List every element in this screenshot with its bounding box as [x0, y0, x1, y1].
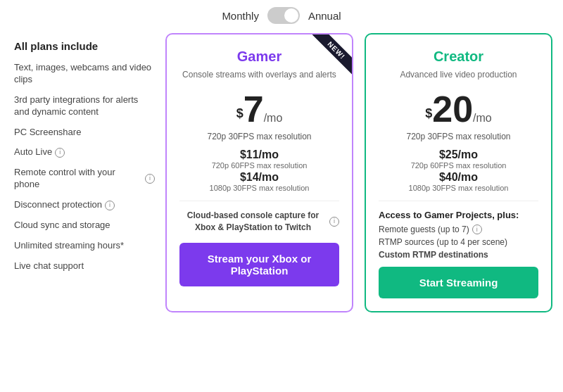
alt-price-row: $25/mo720p 60FPS max resolution: [379, 148, 538, 170]
creator-price-main: $20/mo: [379, 91, 538, 127]
sidebar-list-item: Auto Livei: [14, 146, 155, 158]
main-layout: All plans include Text, images, webcams …: [0, 33, 563, 312]
sidebar-list-item: Live chat support: [14, 260, 155, 272]
gamer-price-period: /mo: [264, 112, 283, 124]
monthly-label: Monthly: [222, 10, 259, 22]
alt-price-value: $11/mo: [179, 148, 339, 161]
billing-toggle-bar: Monthly Annual: [0, 0, 563, 30]
sidebar-list-item: Unlimited streaming hours*: [14, 240, 155, 252]
sidebar-list: Text, images, webcams and video clips3rd…: [14, 62, 155, 272]
creator-plan-card: Creator Advanced live video production $…: [365, 33, 552, 312]
info-icon[interactable]: i: [472, 225, 482, 234]
gamer-stream-button[interactable]: Stream your Xbox or PlayStation: [179, 243, 339, 286]
alt-price-desc: 720p 60FPS max resolution: [179, 161, 339, 170]
gamer-cloud-note-text: Cloud-based console capture for Xbox & P…: [179, 210, 327, 234]
creator-price-period: /mo: [473, 112, 492, 124]
creator-stream-button[interactable]: Start Streaming: [379, 267, 538, 298]
alt-price-desc: 1080p 30FPS max resolution: [379, 184, 538, 192]
gamer-divider: [179, 201, 339, 201]
gamer-plan-card: NEW! Gamer Console streams with overlays…: [165, 33, 353, 312]
alt-price-row: $40/mo1080p 30FPS max resolution: [379, 171, 538, 192]
sidebar-list-item: Remote control with your phonei: [14, 167, 155, 191]
creator-extras-title: Access to Gamer Projects, plus:: [379, 210, 538, 220]
alt-price-value: $25/mo: [379, 148, 538, 161]
creator-extra-item: Remote guests (up to 7)i: [379, 225, 538, 234]
sidebar-list-item: Cloud sync and storage: [14, 220, 155, 232]
info-icon[interactable]: i: [105, 201, 115, 210]
gamer-cloud-note: Cloud-based console capture for Xbox & P…: [179, 210, 339, 234]
billing-toggle-switch[interactable]: [267, 7, 300, 24]
new-badge: NEW!: [303, 34, 352, 84]
creator-divider: [379, 201, 538, 201]
annual-label: Annual: [308, 10, 341, 22]
sidebar-list-item: Disconnect protectioni: [14, 199, 155, 211]
alt-price-value: $40/mo: [379, 171, 538, 184]
gamer-price-currency: $: [236, 106, 243, 120]
alt-price-row: $11/mo720p 60FPS max resolution: [179, 148, 339, 170]
gamer-price-main: $7/mo: [179, 91, 339, 127]
gamer-price-note: 720p 30FPS max resolution: [179, 132, 339, 141]
alt-price-desc: 1080p 30FPS max resolution: [179, 184, 339, 192]
creator-price-note: 720p 30FPS max resolution: [379, 132, 538, 141]
creator-plan-subtitle: Advanced live video production: [379, 69, 538, 81]
gamer-price-amount: 7: [243, 89, 264, 129]
new-badge-label: NEW!: [312, 34, 352, 75]
creator-extra-item: Custom RTMP destinations: [379, 250, 538, 260]
alt-price-row: $14/mo1080p 30FPS max resolution: [179, 171, 339, 192]
creator-price-currency: $: [425, 106, 432, 120]
creator-alt-prices: $25/mo720p 60FPS max resolution$40/mo108…: [379, 148, 538, 192]
info-icon[interactable]: i: [145, 174, 155, 184]
creator-plan-title: Creator: [379, 49, 538, 65]
sidebar-heading: All plans include: [14, 40, 155, 52]
gamer-alt-prices: $11/mo720p 60FPS max resolution$14/mo108…: [179, 148, 339, 192]
creator-price-amount: 20: [432, 89, 473, 129]
cloud-note-info-icon[interactable]: i: [329, 217, 339, 227]
sidebar-list-item: Text, images, webcams and video clips: [14, 62, 155, 86]
creator-extras: Access to Gamer Projects, plus: Remote g…: [379, 210, 538, 260]
creator-extra-item: RTMP sources (up to 4 per scene): [379, 237, 538, 247]
plans-area: NEW! Gamer Console streams with overlays…: [162, 33, 556, 312]
sidebar: All plans include Text, images, webcams …: [7, 33, 162, 312]
info-icon[interactable]: i: [55, 148, 65, 158]
alt-price-value: $14/mo: [179, 171, 339, 184]
alt-price-desc: 720p 60FPS max resolution: [379, 161, 538, 170]
sidebar-list-item: PC Screenshare: [14, 127, 155, 139]
sidebar-list-item: 3rd party integrations for alerts and dy…: [14, 94, 155, 118]
